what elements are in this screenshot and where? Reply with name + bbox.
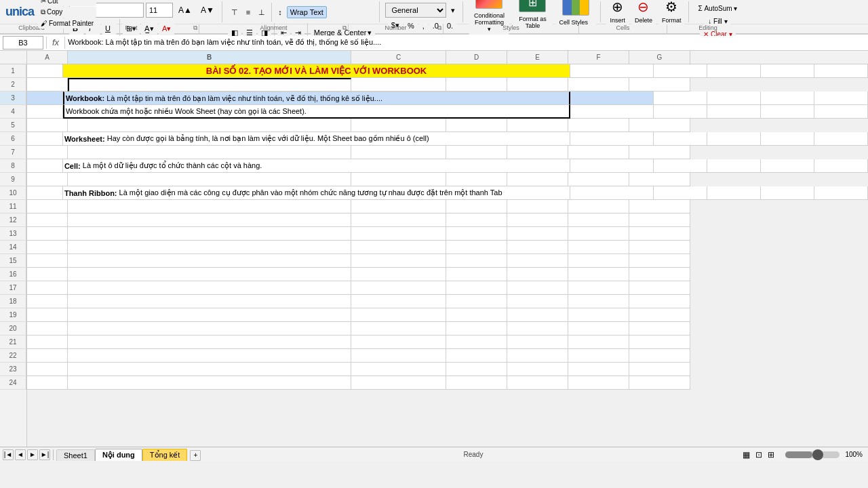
cell-e14[interactable] <box>507 241 568 254</box>
row-num-9[interactable]: 9 <box>0 173 26 186</box>
cell-b23[interactable] <box>68 363 351 376</box>
new-sheet-button[interactable]: + <box>190 450 201 461</box>
cell-d24[interactable] <box>446 376 507 390</box>
cell-b3[interactable]: Workbook: Là một tập tin mà trên đó bạn … <box>63 92 570 105</box>
cell-a19[interactable] <box>27 308 68 322</box>
cell-g10[interactable] <box>814 186 868 200</box>
cell-c8[interactable] <box>570 159 654 173</box>
cell-c6[interactable] <box>570 132 654 146</box>
cell-a18[interactable] <box>27 295 68 308</box>
cell-c15[interactable] <box>351 254 446 268</box>
cell-f4[interactable] <box>761 105 814 119</box>
row-num-1[interactable]: 1 <box>0 64 26 78</box>
row-num-5[interactable]: 5 <box>0 119 26 132</box>
cell-c5[interactable] <box>351 119 446 132</box>
cell-c21[interactable] <box>351 336 446 349</box>
cell-e5[interactable] <box>507 119 568 132</box>
cell-b24[interactable] <box>68 376 351 390</box>
increase-font-button[interactable]: A▲ <box>175 3 195 17</box>
cell-g14[interactable] <box>629 241 690 254</box>
cell-d8[interactable] <box>654 159 707 173</box>
row-num-24[interactable]: 24 <box>0 376 26 390</box>
cell-c4[interactable] <box>570 105 654 119</box>
cell-f5[interactable] <box>568 119 629 132</box>
row-num-19[interactable]: 19 <box>0 308 26 322</box>
cell-c14[interactable] <box>351 241 446 254</box>
cell-a6[interactable] <box>27 132 63 146</box>
cell-f7[interactable] <box>568 146 629 159</box>
col-header-g[interactable]: G <box>629 51 690 64</box>
col-header-c[interactable]: C <box>351 51 446 64</box>
cell-e21[interactable] <box>507 336 568 349</box>
cell-a1[interactable] <box>27 64 63 78</box>
row-num-4[interactable]: 4 <box>0 105 26 119</box>
cell-c10[interactable] <box>570 186 654 200</box>
cell-f21[interactable] <box>568 336 629 349</box>
cell-d7[interactable] <box>446 146 507 159</box>
cell-c7[interactable] <box>351 146 446 159</box>
cell-g22[interactable] <box>629 349 690 363</box>
cell-e1[interactable] <box>707 64 761 78</box>
col-header-d[interactable]: D <box>446 51 507 64</box>
cell-c12[interactable] <box>351 214 446 227</box>
row-num-10[interactable]: 10 <box>0 186 26 200</box>
cell-b9[interactable] <box>68 173 351 186</box>
cell-d10[interactable] <box>654 186 707 200</box>
cell-b19[interactable] <box>68 308 351 322</box>
cell-d3[interactable] <box>654 92 707 105</box>
cell-g17[interactable] <box>629 281 690 295</box>
cell-f3[interactable] <box>761 92 814 105</box>
cell-g11[interactable] <box>629 200 690 214</box>
cell-a17[interactable] <box>27 281 68 295</box>
cell-b5[interactable] <box>68 119 351 132</box>
cell-b14[interactable] <box>68 241 351 254</box>
cell-g2[interactable] <box>629 78 690 92</box>
cell-c18[interactable] <box>351 295 446 308</box>
cell-c1[interactable] <box>570 64 654 78</box>
cell-a13[interactable] <box>27 227 68 241</box>
cell-g9[interactable] <box>629 173 690 186</box>
cell-d5[interactable] <box>446 119 507 132</box>
row-num-23[interactable]: 23 <box>0 363 26 376</box>
col-header-f[interactable]: F <box>568 51 629 64</box>
cell-c22[interactable] <box>351 349 446 363</box>
cell-g23[interactable] <box>629 363 690 376</box>
cell-f10[interactable] <box>761 186 814 200</box>
cell-g7[interactable] <box>629 146 690 159</box>
cell-b22[interactable] <box>68 349 351 363</box>
cell-f14[interactable] <box>568 241 629 254</box>
view-break-icon[interactable]: ⊞ <box>768 450 774 460</box>
cell-d19[interactable] <box>446 308 507 322</box>
sheet-tab-tong-ket[interactable]: Tổng kết <box>142 449 188 461</box>
row-num-11[interactable]: 11 <box>0 200 26 214</box>
row-num-14[interactable]: 14 <box>0 241 26 254</box>
cell-d6[interactable] <box>654 132 707 146</box>
cell-a15[interactable] <box>27 254 68 268</box>
cell-d14[interactable] <box>446 241 507 254</box>
cell-a11[interactable] <box>27 200 68 214</box>
cell-e13[interactable] <box>507 227 568 241</box>
row-num-21[interactable]: 21 <box>0 336 26 349</box>
cell-e2[interactable] <box>507 78 568 92</box>
cell-d13[interactable] <box>446 227 507 241</box>
font-size-input[interactable] <box>146 3 173 18</box>
view-layout-icon[interactable]: ⊡ <box>755 450 762 460</box>
cell-e6[interactable] <box>707 132 761 146</box>
cell-b15[interactable] <box>68 254 351 268</box>
cell-d17[interactable] <box>446 281 507 295</box>
sheet-tab-sheet1[interactable]: Sheet1 <box>56 449 95 461</box>
cell-d18[interactable] <box>446 295 507 308</box>
row-num-13[interactable]: 13 <box>0 227 26 241</box>
cell-e18[interactable] <box>507 295 568 308</box>
cell-e9[interactable] <box>507 173 568 186</box>
cell-d1[interactable] <box>654 64 707 78</box>
cell-g16[interactable] <box>629 268 690 281</box>
cell-f1[interactable] <box>761 64 814 78</box>
cell-a21[interactable] <box>27 336 68 349</box>
cell-f18[interactable] <box>568 295 629 308</box>
cell-f8[interactable] <box>761 159 814 173</box>
cell-a3[interactable] <box>27 92 63 105</box>
cell-e19[interactable] <box>507 308 568 322</box>
next-sheet-button[interactable]: ► <box>27 449 38 460</box>
cell-a20[interactable] <box>27 322 68 336</box>
